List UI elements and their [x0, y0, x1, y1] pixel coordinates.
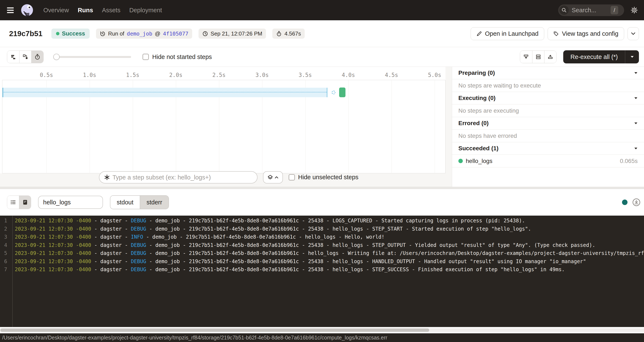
gantt-pane: 0.5s1.0s1.5s2.0s2.5s3.0s3.5s4.0s4.5s5.0s… — [0, 67, 452, 187]
gantt-step-bar-hello-logs[interactable] — [339, 88, 346, 97]
horizontal-splitter[interactable] — [0, 187, 644, 189]
gantt-timer-view-button[interactable] — [31, 51, 43, 63]
layers-icon — [268, 174, 273, 180]
log-line-text: 2023-09-21 12:07:30 -0400 - dagster - DE… — [10, 250, 644, 256]
split-layout-group — [520, 50, 556, 63]
section-header-preparing[interactable]: Preparing (0) — [452, 67, 644, 79]
duration-label: 4.567s — [284, 30, 301, 37]
reexecute-button[interactable]: Re-execute all (*) — [563, 50, 639, 64]
expand-top-pane-button[interactable] — [544, 51, 556, 63]
section-header-executing[interactable]: Executing (0) — [452, 92, 644, 104]
log-message: - demo_job - 219c7b51-b62f-4e5b-8de8-0e7… — [146, 250, 644, 256]
step-subset-input[interactable] — [112, 174, 248, 181]
log-toolbar-right — [622, 198, 640, 206]
download-icon[interactable] — [632, 198, 640, 206]
section-empty-preparing: No steps are waiting to execute — [452, 79, 644, 92]
gantt-zoom-slider[interactable] — [53, 54, 131, 60]
log-line: 12023-09-21 12:07:30 -0400 - dagster - D… — [0, 217, 644, 225]
section-title: Preparing (0) — [458, 70, 634, 76]
document-icon — [22, 199, 28, 205]
reexecute-dropdown-button[interactable] — [625, 50, 639, 64]
open-launchpad-label: Open in Launchpad — [485, 30, 538, 37]
hide-unselected-checkbox[interactable] — [288, 174, 295, 180]
axis-tick: 3.5s — [295, 72, 316, 78]
duration-tag: 4.567s — [272, 28, 305, 39]
log-line-number: 3 — [0, 234, 10, 240]
log-source: - dagster - — [91, 234, 131, 240]
nav-item-runs[interactable]: Runs — [78, 7, 93, 14]
horizontal-scrollbar — [0, 327, 644, 333]
log-line-text: 2023-09-21 12:07:30 -0400 - dagster - DE… — [10, 258, 586, 264]
step-status-dot — [458, 159, 463, 163]
log-lines: 12023-09-21 12:07:30 -0400 - dagster - D… — [0, 217, 644, 274]
section-title: Errored (0) — [458, 120, 634, 126]
log-source: - dagster - — [91, 258, 131, 264]
pencil-icon — [476, 31, 482, 36]
op-selector-icon — [104, 174, 110, 180]
log-timestamp: 2023-09-21 12:07:30 -0400 — [15, 266, 91, 272]
gear-icon[interactable] — [630, 6, 638, 14]
slider-track[interactable] — [53, 56, 131, 58]
view-tags-config-label: View tags and config — [562, 30, 618, 37]
step-start-marker[interactable] — [332, 91, 335, 94]
axis-tick: 5.0s — [424, 72, 445, 78]
nav-item-deployment[interactable]: Deployment — [129, 7, 162, 14]
run-of-prefix: Run of — [108, 30, 124, 37]
status-label: Success — [62, 30, 85, 37]
log-view-mode-group — [7, 196, 31, 209]
log-source: - dagster - — [91, 226, 131, 232]
view-tags-config-button[interactable]: View tags and config — [548, 27, 624, 40]
step-subset-inputwrap — [99, 171, 258, 184]
log-line: 62023-09-21 12:07:30 -0400 - dagster - D… — [0, 258, 644, 266]
raw-logs-button[interactable] — [19, 196, 31, 209]
log-line-number: 1 — [0, 218, 10, 224]
nav-item-overview[interactable]: Overview — [43, 7, 69, 14]
step-row-hello_logs[interactable]: hello_logs0.065s — [452, 155, 644, 168]
log-level: DEBUG — [131, 242, 146, 248]
header-more-dropdown-button[interactable] — [628, 27, 639, 40]
axis-tick: 1.0s — [79, 72, 100, 78]
chevron-down-icon — [631, 32, 636, 35]
header-actions: Open in Launchpad View tags and config — [471, 27, 639, 40]
structured-logs-button[interactable] — [7, 196, 19, 209]
job-name-link[interactable]: demo_job — [127, 31, 152, 37]
log-step-filter-input[interactable] — [43, 199, 98, 206]
scrollbar-thumb[interactable] — [0, 328, 429, 332]
gantt-waterfall-view-button[interactable] — [19, 51, 31, 63]
log-view: 12023-09-21 12:07:30 -0400 - dagster - D… — [0, 216, 644, 327]
run-id-title: 219c7b51 — [9, 30, 42, 38]
log-line: 32023-09-21 12:07:30 -0400 - dagster - I… — [0, 233, 644, 241]
gantt-flat-view-button[interactable] — [7, 51, 19, 63]
section-header-succeeded[interactable]: Succeeded (1) — [452, 142, 644, 155]
search-input[interactable] — [572, 7, 606, 14]
log-toolbar: stdoutstderr — [0, 189, 644, 216]
hamburger-menu-icon[interactable] — [7, 6, 14, 14]
commit-link[interactable]: 4f105077 — [163, 31, 188, 37]
step-duration: 0.065s — [620, 158, 638, 164]
split-panes-button[interactable] — [532, 51, 544, 63]
section-empty-text: No steps are waiting to execute — [458, 82, 541, 89]
graph-query-options-button[interactable] — [263, 171, 283, 184]
log-source: - dagster - — [91, 242, 131, 248]
hide-unselected-label: Hide unselected steps — [298, 174, 358, 181]
log-message: - demo_job - 219c7b51-b62f-4e5b-8de8-0e7… — [146, 226, 531, 232]
search-icon — [560, 6, 569, 15]
hide-not-started-checkbox[interactable] — [142, 54, 149, 60]
open-launchpad-button[interactable]: Open in Launchpad — [471, 27, 544, 40]
nav-item-assets[interactable]: Assets — [102, 7, 120, 14]
expand-bottom-pane-button[interactable] — [520, 51, 532, 63]
gantt-right-gutter — [446, 67, 452, 187]
log-message: - demo_job - 219c7b51-b62f-4e5b-8de8-0e7… — [146, 242, 595, 248]
search-box[interactable]: / — [558, 4, 624, 16]
section-header-errored[interactable]: Errored (0) — [452, 117, 644, 130]
panel-up-icon — [547, 54, 554, 60]
tab-stdout[interactable]: stdout — [110, 196, 140, 209]
slider-knob[interactable] — [53, 54, 60, 60]
log-timestamp: 2023-09-21 12:07:30 -0400 — [15, 218, 91, 224]
split-horizontal-icon — [535, 54, 542, 60]
section-empty-errored: No steps have errored — [452, 130, 644, 142]
dagster-logo[interactable] — [20, 4, 34, 17]
live-status-indicator — [622, 200, 628, 205]
tab-stderr[interactable]: stderr — [140, 196, 168, 209]
log-timestamp: 2023-09-21 12:07:30 -0400 — [15, 250, 91, 256]
